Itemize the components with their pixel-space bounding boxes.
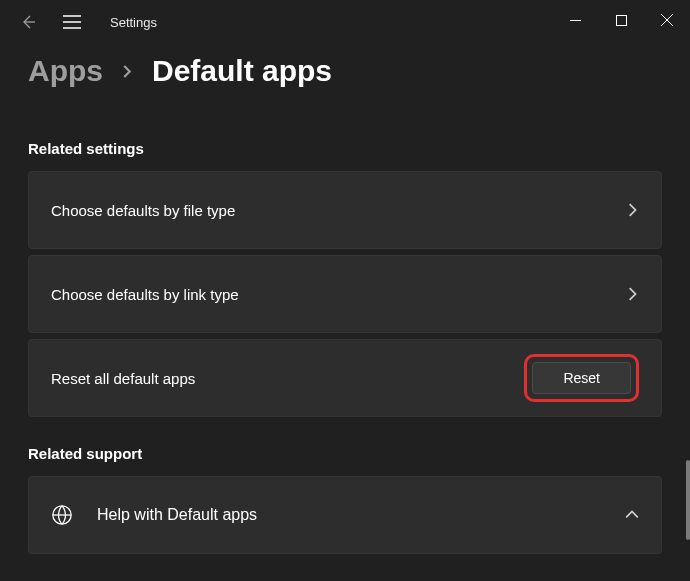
window-title: Settings [110,15,157,30]
link-type-defaults-card[interactable]: Choose defaults by link type [28,255,662,333]
breadcrumb-current: Default apps [152,54,332,88]
svg-rect-4 [616,15,626,25]
back-button[interactable] [8,2,48,42]
maximize-icon [616,15,627,26]
reset-button[interactable]: Reset [532,362,631,394]
breadcrumb: Apps Default apps [0,44,690,112]
highlight-annotation: Reset [524,354,639,402]
card-label: Reset all default apps [51,370,524,387]
arrow-left-icon [20,14,36,30]
content-area: Related settings Choose defaults by file… [0,140,690,554]
card-label: Choose defaults by file type [51,202,625,219]
close-icon [661,14,673,26]
maximize-button[interactable] [598,0,644,40]
help-card[interactable]: Help with Default apps [28,476,662,554]
hamburger-icon [63,15,81,29]
minimize-icon [570,15,581,26]
card-label: Choose defaults by link type [51,286,625,303]
window-controls [552,0,690,40]
menu-button[interactable] [52,2,92,42]
file-type-defaults-card[interactable]: Choose defaults by file type [28,171,662,249]
chevron-up-icon [625,508,639,522]
chevron-right-icon [625,203,639,217]
chevron-right-icon [625,287,639,301]
close-button[interactable] [644,0,690,40]
chevron-right-icon [121,65,134,78]
section-title-related-support: Related support [28,445,662,462]
reset-defaults-card: Reset all default apps Reset [28,339,662,417]
scrollbar[interactable] [686,460,690,540]
minimize-button[interactable] [552,0,598,40]
globe-icon [51,504,73,526]
section-title-related-settings: Related settings [28,140,662,157]
card-label: Help with Default apps [97,506,257,524]
breadcrumb-parent[interactable]: Apps [28,54,103,88]
